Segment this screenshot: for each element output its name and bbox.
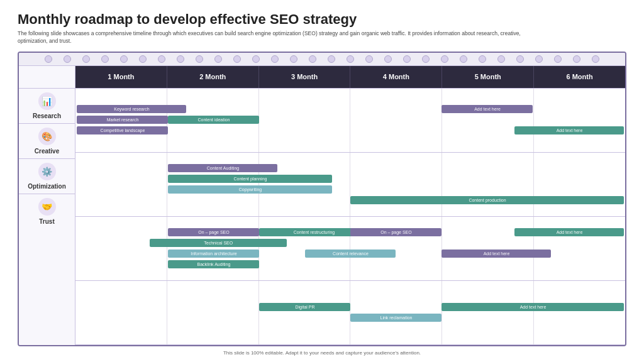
gantt-bar: Content planning xyxy=(168,175,332,183)
row-label-header xyxy=(19,66,75,89)
creative-icon: 🎨 xyxy=(38,128,56,145)
binder-hole xyxy=(535,55,543,63)
grid-area: 📊 Research 🎨 Creative ⚙️ Optimization 🤝 … xyxy=(19,66,625,345)
binder-hole xyxy=(120,55,128,63)
binder-hole xyxy=(139,55,147,63)
binder-hole xyxy=(271,55,279,63)
gantt-content: 1 Month 2 Month 3 Month 4 Month 5 Month … xyxy=(75,66,625,345)
binder-hole xyxy=(196,55,203,63)
section-label-optimization: ⚙️ Optimization xyxy=(19,159,75,194)
research-label: Research xyxy=(33,112,61,119)
gantt-bar: Market research xyxy=(77,116,168,124)
gantt-bar: Add text here xyxy=(441,303,624,311)
gantt-bar: Competitive landscape xyxy=(77,126,168,134)
gantt-bar: Backlink Auditing xyxy=(168,260,259,268)
binder-hole xyxy=(233,55,241,63)
col-header-4: 4 Month xyxy=(350,66,442,88)
slide-footer: This slide is 100% editable. Adapt it to… xyxy=(18,346,626,356)
binder-hole xyxy=(422,55,430,63)
binder-hole xyxy=(45,55,52,63)
optimization-label: Optimization xyxy=(28,183,66,190)
gantt-bar: Content production xyxy=(350,196,624,204)
gantt-bar: Copywriting xyxy=(168,185,332,194)
slide: Monthly roadmap to develop effective SEO… xyxy=(0,0,644,362)
col-header-6: 6 Month xyxy=(534,66,625,88)
section-label-trust: 🤝 Trust xyxy=(19,194,75,229)
gantt-bar: Content ideation xyxy=(168,116,259,124)
gantt-bar: Content Auditing xyxy=(168,164,277,172)
binder-hole xyxy=(252,55,260,63)
creative-label: Creative xyxy=(35,148,59,155)
gantt-bar: Add text here xyxy=(441,250,551,258)
gantt-bar: Add text here xyxy=(441,105,533,113)
binder-hole xyxy=(158,55,165,63)
bar-container: Content AuditingContent planningCopywrit… xyxy=(75,162,625,207)
gantt-section-creative: Content AuditingContent planningCopywrit… xyxy=(75,153,625,217)
research-icon: 📊 xyxy=(38,92,56,110)
binder-hole xyxy=(384,55,392,63)
gantt-section-research: Keyword researchAdd text hereMarket rese… xyxy=(75,89,625,153)
bar-container: Digital PRAdd text hereLink reclamation xyxy=(75,300,625,325)
binder-hole xyxy=(309,55,316,63)
binder-hole xyxy=(82,55,90,63)
row-labels: 📊 Research 🎨 Creative ⚙️ Optimization 🤝 … xyxy=(19,66,75,345)
col-headers: 1 Month 2 Month 3 Month 4 Month 5 Month … xyxy=(75,66,625,89)
col-header-3: 3 Month xyxy=(259,66,351,88)
binder-hole xyxy=(403,55,411,63)
binder-hole xyxy=(177,55,184,63)
gantt-rows: Keyword researchAdd text hereMarket rese… xyxy=(75,89,625,345)
gantt-bar: Information architecture xyxy=(168,250,259,258)
col-header-2: 2 Month xyxy=(167,66,259,88)
trust-icon: 🤝 xyxy=(38,198,56,216)
slide-subtitle: The following slide showcases a comprehe… xyxy=(18,30,533,45)
binder-hole xyxy=(365,55,373,63)
binder-hole xyxy=(214,55,222,63)
gantt-bar: On – page SEO xyxy=(350,228,441,236)
col-header-5: 5 Month xyxy=(442,66,534,88)
section-label-creative: 🎨 Creative xyxy=(19,124,75,159)
gantt-bar: Technical SEO xyxy=(150,239,287,247)
binder-hole xyxy=(441,55,448,63)
gantt-bar: Content relevance xyxy=(305,250,396,258)
binder-hole xyxy=(290,55,297,63)
slide-title: Monthly roadmap to develop effective SEO… xyxy=(18,11,626,28)
binder-hole xyxy=(328,55,335,63)
trust-label: Trust xyxy=(39,218,54,225)
gantt-bar: Link reclamation xyxy=(350,314,441,322)
gantt-bar: On – page SEO xyxy=(168,228,259,236)
binder-hole xyxy=(347,55,354,63)
binder-hole xyxy=(101,55,109,63)
binder-hole xyxy=(554,55,562,63)
binder-hole xyxy=(479,55,486,63)
optimization-icon: ⚙️ xyxy=(38,163,56,180)
bar-container: Keyword researchAdd text hereMarket rese… xyxy=(75,102,625,138)
gantt-bar: Keyword research xyxy=(77,105,186,113)
binder-hole xyxy=(497,55,505,63)
binder-hole xyxy=(460,55,467,63)
gantt-bar: Add text here xyxy=(514,126,624,134)
gantt-table: 📊 Research 🎨 Creative ⚙️ Optimization 🤝 … xyxy=(18,52,626,346)
gantt-section-optimization: On – page SEOContent restructuringOn – p… xyxy=(75,217,625,281)
binder-hole xyxy=(64,55,71,63)
binder-strip xyxy=(19,53,625,66)
col-header-1: 1 Month xyxy=(75,66,167,88)
gantt-section-trust: Digital PRAdd text hereLink reclamation xyxy=(75,281,625,345)
binder-hole xyxy=(516,55,524,63)
bar-container: On – page SEOContent restructuringOn – p… xyxy=(75,226,625,272)
section-label-research: 📊 Research xyxy=(19,89,75,124)
binder-hole xyxy=(573,55,580,63)
gantt-bar: Add text here xyxy=(514,228,624,236)
gantt-bar: Digital PR xyxy=(259,303,350,311)
binder-hole xyxy=(592,55,599,63)
